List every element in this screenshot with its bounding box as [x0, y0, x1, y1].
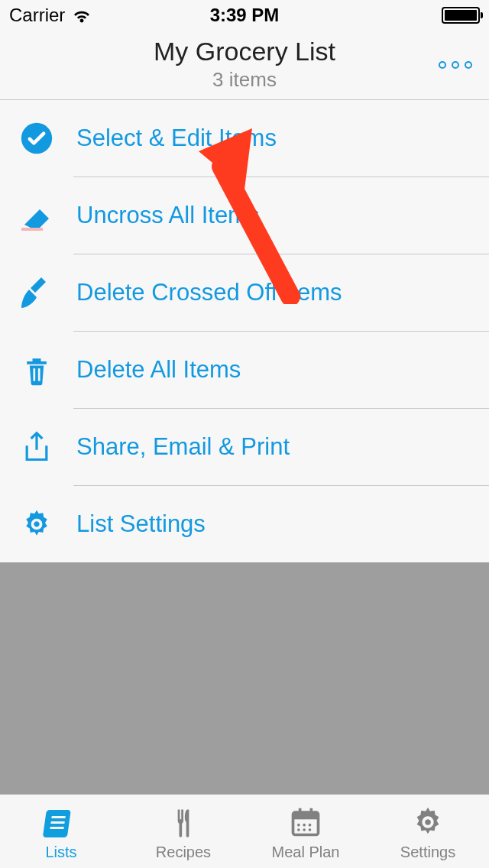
svg-rect-7: [50, 827, 63, 829]
tab-settings[interactable]: Settings: [367, 795, 489, 868]
status-bar: Carrier 3:39 PM: [0, 0, 489, 31]
share-icon: [18, 429, 55, 465]
svg-point-17: [309, 828, 312, 831]
check-circle-icon: [18, 120, 55, 157]
settings-icon: [408, 802, 448, 842]
status-left: Carrier: [9, 5, 92, 26]
svg-point-16: [303, 828, 306, 831]
menu-label: Select & Edit Items: [76, 125, 277, 152]
status-time: 3:39 PM: [210, 5, 280, 26]
svg-rect-6: [50, 821, 64, 824]
menu-item-delete-all[interactable]: Delete All Items: [0, 332, 489, 408]
tab-label: Meal Plan: [272, 844, 340, 861]
tab-bar: Lists Recipes Meal Plan Settings: [0, 794, 489, 868]
lists-icon: [41, 802, 81, 842]
menu-label: Uncross All Items: [76, 202, 259, 229]
menu-item-uncross-all[interactable]: Uncross All Items: [0, 177, 489, 254]
menu-label: Delete Crossed Off Items: [76, 279, 342, 306]
tab-label: Lists: [45, 844, 76, 861]
menu-label: Share, Email & Print: [76, 433, 290, 461]
tab-label: Settings: [400, 844, 455, 861]
svg-rect-3: [38, 368, 40, 381]
svg-rect-2: [33, 368, 35, 381]
page-title: My Grocery List: [12, 37, 477, 66]
menu-item-select-edit[interactable]: Select & Edit Items: [0, 100, 489, 177]
gear-icon: [18, 506, 55, 542]
tab-recipes[interactable]: Recipes: [122, 795, 244, 868]
carrier-label: Carrier: [9, 5, 65, 26]
svg-point-13: [303, 823, 306, 826]
svg-rect-1: [21, 228, 43, 231]
trash-icon: [18, 351, 55, 388]
recipes-icon: [164, 802, 203, 842]
menu-item-delete-crossed[interactable]: Delete Crossed Off Items: [0, 254, 489, 331]
tab-lists[interactable]: Lists: [0, 795, 122, 868]
menu-label: Delete All Items: [76, 356, 241, 384]
menu-item-list-settings[interactable]: List Settings: [0, 486, 489, 562]
broom-icon: [18, 274, 55, 311]
more-options-button[interactable]: [439, 61, 472, 69]
svg-point-14: [309, 823, 312, 826]
svg-rect-9: [293, 812, 319, 819]
tab-label: Recipes: [156, 844, 211, 861]
tab-meal-plan[interactable]: Meal Plan: [244, 795, 367, 868]
svg-rect-10: [299, 808, 302, 815]
menu-item-share[interactable]: Share, Email & Print: [0, 409, 489, 485]
svg-point-15: [297, 828, 300, 831]
menu-label: List Settings: [76, 510, 206, 538]
meal-plan-icon: [286, 802, 325, 842]
menu-list: Select & Edit Items Uncross All Items De…: [0, 100, 489, 562]
wifi-icon: [71, 8, 92, 23]
eraser-icon: [18, 197, 55, 234]
svg-rect-5: [51, 816, 65, 818]
battery-icon: [442, 7, 480, 24]
svg-point-12: [297, 823, 300, 826]
page-subtitle: 3 items: [12, 68, 477, 92]
svg-rect-11: [310, 808, 313, 815]
nav-header: My Grocery List 3 items: [0, 31, 489, 100]
